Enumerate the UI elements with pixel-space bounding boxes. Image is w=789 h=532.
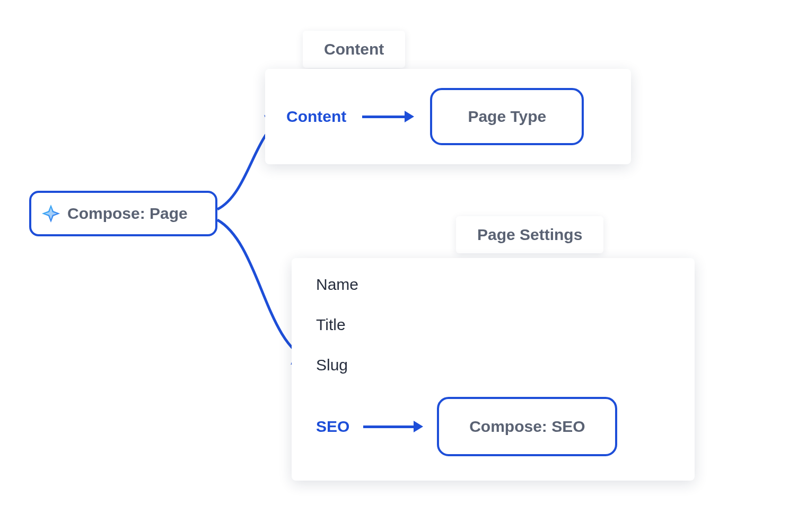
field-slug: Slug <box>316 356 348 374</box>
field-name: Name <box>316 276 358 294</box>
field-label-content: Content <box>286 108 346 126</box>
field-title: Title <box>316 316 346 334</box>
sparkle-icon <box>41 203 61 224</box>
panel-content: Content Page Type <box>265 69 631 164</box>
root-node-compose-page: Compose: Page <box>29 191 217 236</box>
arrow-icon <box>362 111 414 122</box>
arrow-icon <box>363 421 423 432</box>
tab-page-settings: Page Settings <box>456 216 603 253</box>
tab-content: Content <box>303 31 405 68</box>
panel-page-settings: Name Title Slug SEO Compose: SEO <box>292 258 695 481</box>
root-node-label: Compose: Page <box>67 205 188 223</box>
reference-page-type: Page Type <box>430 88 584 145</box>
reference-compose-seo: Compose: SEO <box>437 397 617 456</box>
field-seo-label: SEO <box>316 418 349 436</box>
diagram-canvas: Compose: Page Content Content Page Type … <box>0 0 789 532</box>
